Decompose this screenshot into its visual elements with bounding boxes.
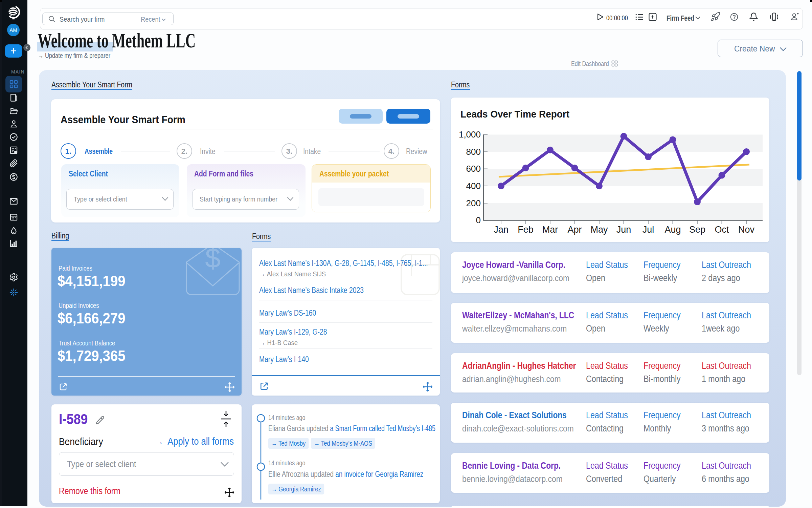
svg-text:Mar: Mar	[542, 225, 558, 235]
svg-text:Nov: Nov	[738, 225, 755, 235]
svg-text:Apr: Apr	[567, 225, 582, 235]
svg-text:Jul: Jul	[642, 225, 654, 235]
svg-text:800: 800	[466, 147, 481, 157]
svg-text:Oct: Oct	[715, 225, 729, 235]
svg-text:May: May	[590, 225, 608, 235]
svg-text:Jun: Jun	[616, 225, 631, 235]
svg-text:200: 200	[466, 198, 481, 208]
svg-text:600: 600	[466, 164, 481, 174]
svg-text:Jan: Jan	[494, 225, 509, 235]
svg-text:Aug: Aug	[664, 225, 681, 235]
svg-text:0: 0	[476, 215, 481, 225]
svg-text:Sep: Sep	[689, 225, 705, 235]
svg-text:Feb: Feb	[518, 225, 534, 235]
svg-text:400: 400	[466, 181, 481, 191]
svg-text:$: $	[205, 248, 221, 273]
svg-text:1,000: 1,000	[459, 129, 481, 140]
